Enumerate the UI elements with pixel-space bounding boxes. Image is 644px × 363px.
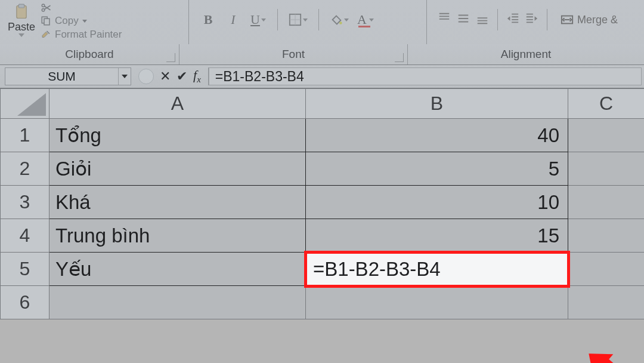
italic-button[interactable]: I [225, 11, 242, 29]
cell-C1[interactable] [568, 119, 645, 152]
row-header-5[interactable]: 5 [1, 253, 49, 286]
underline-button[interactable]: U [250, 11, 267, 29]
formula-tools: ✕ ✔ fx [131, 67, 209, 85]
table-row: 5 Yếu =B1-B2-B3-B4 [1, 253, 645, 286]
row-header-2[interactable]: 2 [1, 152, 49, 186]
indent-left-icon [506, 12, 519, 25]
svg-rect-1 [18, 4, 24, 8]
svg-point-7 [339, 21, 342, 24]
table-row: 6 [1, 286, 645, 319]
fill-color-button[interactable] [330, 11, 349, 29]
format-painter-button[interactable]: Format Painter [41, 29, 122, 41]
align-middle-button[interactable] [457, 12, 470, 27]
group-label-alignment: Alignment [408, 44, 644, 64]
separator [497, 9, 498, 30]
bold-button[interactable]: B [200, 11, 216, 29]
name-box[interactable]: SUM [5, 67, 131, 85]
name-box-value: SUM [5, 69, 118, 84]
cell-A5[interactable]: Yếu [49, 253, 306, 286]
merge-icon [561, 13, 574, 26]
dialog-launcher-icon[interactable] [166, 53, 175, 62]
spreadsheet-grid[interactable]: A B C 1 Tổng 40 2 Giỏi 5 [0, 88, 644, 319]
group-label-clipboard: Clipboard [0, 44, 179, 64]
separator [547, 9, 547, 30]
table-row: 2 Giỏi 5 [1, 152, 645, 186]
annotation-arrow [571, 345, 643, 363]
cell-B5[interactable]: =B1-B2-B3-B4 [306, 253, 568, 286]
table-row: 3 Khá 10 [1, 186, 645, 219]
col-header-B[interactable]: B [306, 89, 568, 119]
cell-B1[interactable]: 40 [306, 119, 568, 152]
name-box-dropdown[interactable] [118, 68, 131, 85]
table-row: 1 Tổng 40 [1, 119, 645, 152]
cut-button[interactable] [41, 2, 122, 13]
ribbon-group-clipboard: Paste [0, 0, 189, 44]
paste-button[interactable]: Paste [5, 1, 38, 38]
cell-C6[interactable] [568, 286, 645, 319]
formula-input[interactable]: =B1-B2-B3-B4 [209, 67, 642, 85]
format-painter-label: Format Painter [55, 29, 122, 41]
borders-button[interactable] [289, 11, 308, 29]
align-icon [457, 12, 470, 25]
copy-label: Copy [55, 15, 79, 27]
confirm-edit-button[interactable]: ✔ [177, 69, 187, 84]
increase-indent-button[interactable] [525, 12, 538, 27]
dialog-launcher-icon[interactable] [395, 53, 404, 62]
ribbon-group-font: B I U [189, 0, 427, 44]
cancel-edit-button[interactable]: ✕ [160, 69, 171, 84]
separator [318, 9, 319, 30]
svg-marker-9 [579, 345, 635, 363]
row-header-1[interactable]: 1 [1, 119, 49, 152]
font-color-button[interactable]: A [357, 11, 374, 29]
cell-C4[interactable] [568, 219, 645, 253]
col-header-C[interactable]: C [568, 89, 645, 119]
row-header-6[interactable]: 6 [1, 286, 49, 319]
column-header-row: A B C [1, 89, 645, 119]
cell-A6[interactable] [49, 286, 306, 319]
clipboard-icon [13, 3, 30, 21]
align-top-button[interactable] [438, 12, 451, 27]
cell-A3[interactable]: Khá [49, 186, 306, 219]
separator [277, 9, 278, 30]
cell-B2[interactable]: 5 [306, 152, 568, 186]
merge-label: Merge & [577, 14, 618, 26]
align-bottom-button[interactable] [476, 12, 489, 27]
borders-icon [289, 13, 302, 26]
cell-C2[interactable] [568, 152, 645, 186]
insert-function-icon[interactable] [138, 69, 154, 84]
align-icon [476, 12, 489, 25]
paintbrush-icon [41, 29, 51, 40]
cell-C3[interactable] [568, 186, 645, 219]
fx-icon[interactable]: fx [193, 67, 201, 85]
copy-icon [41, 16, 51, 26]
cell-A4[interactable]: Trung bình [49, 219, 306, 253]
svg-rect-5 [44, 19, 49, 25]
cell-A2[interactable]: Giỏi [49, 152, 306, 186]
col-header-A[interactable]: A [49, 89, 306, 119]
align-icon [438, 12, 451, 25]
cell-C5[interactable] [568, 253, 645, 286]
formula-input-value: =B1-B2-B3-B4 [215, 69, 304, 85]
merge-cells-button[interactable]: Merge & [556, 1, 618, 38]
row-header-3[interactable]: 3 [1, 186, 49, 219]
copy-button[interactable]: Copy [41, 15, 122, 27]
bucket-icon [330, 13, 343, 26]
table-row: 4 Trung bình 15 [1, 219, 645, 253]
cell-B3[interactable]: 10 [306, 186, 568, 219]
paste-label: Paste [8, 21, 35, 33]
ribbon: Paste [0, 0, 644, 65]
cell-B4[interactable]: 15 [306, 219, 568, 253]
decrease-indent-button[interactable] [506, 12, 519, 27]
group-label-font: Font [179, 44, 408, 64]
row-header-4[interactable]: 4 [1, 219, 49, 253]
scissors-icon [41, 2, 51, 13]
cell-B6[interactable] [306, 286, 568, 319]
formula-bar-row: SUM ✕ ✔ fx =B1-B2-B3-B4 [0, 65, 644, 88]
select-all-corner[interactable] [1, 89, 49, 119]
ribbon-group-alignment: Merge & [427, 0, 644, 44]
cell-A1[interactable]: Tổng [49, 119, 306, 152]
indent-right-icon [525, 12, 538, 25]
